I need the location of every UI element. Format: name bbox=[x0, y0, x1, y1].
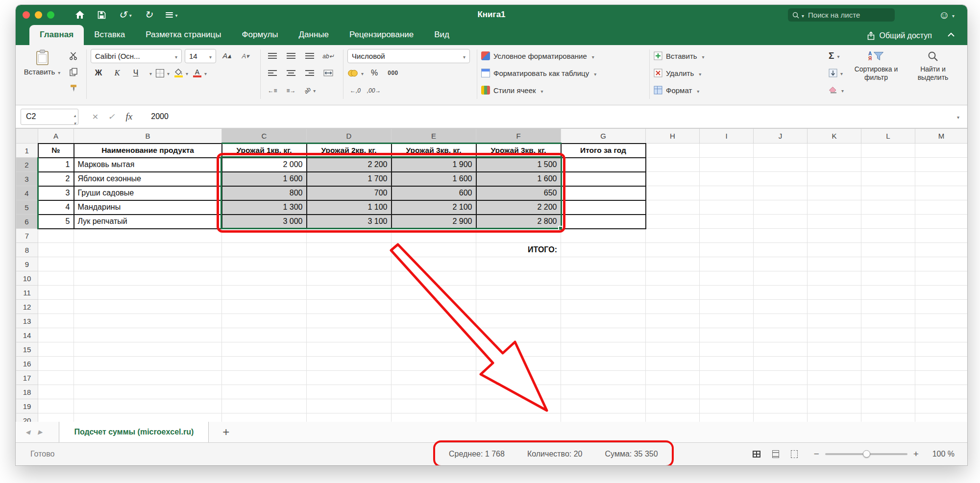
cell-G13[interactable] bbox=[561, 314, 646, 328]
cell-G20[interactable] bbox=[561, 413, 646, 422]
merge-center-button[interactable] bbox=[320, 66, 336, 80]
cell-F11[interactable] bbox=[476, 286, 561, 300]
cell-H19[interactable] bbox=[646, 399, 700, 413]
cell-D18[interactable] bbox=[307, 385, 392, 399]
row-header-20[interactable]: 20 bbox=[16, 413, 38, 422]
cell-J6[interactable] bbox=[754, 215, 808, 229]
cell-I7[interactable] bbox=[700, 229, 754, 243]
cell-C7[interactable] bbox=[222, 229, 307, 243]
zoom-out-button[interactable] bbox=[813, 449, 819, 459]
cell-G5[interactable] bbox=[561, 200, 646, 215]
close-window-button[interactable] bbox=[23, 11, 30, 19]
tab-review[interactable]: Рецензирование bbox=[339, 25, 424, 45]
cell-I12[interactable] bbox=[700, 300, 754, 314]
cell-L4[interactable] bbox=[861, 186, 915, 200]
align-bottom-button[interactable] bbox=[302, 49, 318, 63]
cell-K16[interactable] bbox=[808, 357, 861, 371]
cell-A12[interactable] bbox=[38, 300, 74, 314]
zoom-slider-thumb[interactable] bbox=[863, 450, 870, 458]
row-header-19[interactable]: 19 bbox=[16, 399, 38, 413]
borders-button[interactable] bbox=[155, 66, 171, 80]
cell-G6[interactable] bbox=[561, 215, 646, 229]
cell-E5[interactable]: 2 100 bbox=[392, 200, 476, 215]
fill-color-button[interactable] bbox=[173, 66, 189, 80]
wrap-text-button[interactable] bbox=[320, 49, 336, 63]
cell-M19[interactable] bbox=[915, 399, 968, 413]
col-header-L[interactable]: L bbox=[861, 129, 915, 144]
cell-C14[interactable] bbox=[222, 328, 307, 342]
cell-G16[interactable] bbox=[561, 357, 646, 371]
cell-J18[interactable] bbox=[754, 385, 808, 399]
cell-F15[interactable] bbox=[476, 342, 561, 357]
cell-G15[interactable] bbox=[561, 342, 646, 357]
align-center-button[interactable] bbox=[283, 66, 299, 80]
conditional-formatting-button[interactable]: Условное форматирование bbox=[481, 48, 645, 63]
cell-A1[interactable]: № bbox=[38, 144, 74, 158]
col-header-H[interactable]: H bbox=[646, 129, 700, 144]
cell-D13[interactable] bbox=[307, 314, 392, 328]
insert-function-button[interactable]: fx bbox=[126, 111, 133, 122]
cell-C11[interactable] bbox=[222, 286, 307, 300]
cell-A10[interactable] bbox=[38, 271, 74, 286]
align-top-button[interactable] bbox=[265, 49, 280, 63]
cell-F20[interactable] bbox=[476, 413, 561, 422]
cell-G11[interactable] bbox=[561, 286, 646, 300]
cell-H2[interactable] bbox=[646, 158, 700, 172]
cell-H14[interactable] bbox=[646, 328, 700, 342]
col-header-G[interactable]: G bbox=[561, 129, 646, 144]
row-header-16[interactable]: 16 bbox=[16, 357, 38, 371]
cell-F7[interactable] bbox=[476, 229, 561, 243]
cell-C12[interactable] bbox=[222, 300, 307, 314]
cell-M9[interactable] bbox=[915, 257, 968, 271]
cell-H1[interactable] bbox=[646, 144, 700, 158]
cell-K18[interactable] bbox=[808, 385, 861, 399]
cell-H9[interactable] bbox=[646, 257, 700, 271]
cell-B16[interactable] bbox=[74, 357, 222, 371]
tab-insert[interactable]: Вставка bbox=[84, 25, 135, 45]
cell-K8[interactable] bbox=[808, 243, 861, 257]
cell-B1[interactable]: Наименование продукта bbox=[74, 144, 222, 158]
cell-J15[interactable] bbox=[754, 342, 808, 357]
cell-C1[interactable]: Урожай 1кв, кг. bbox=[222, 144, 307, 158]
row-header-1[interactable]: 1 bbox=[16, 144, 38, 158]
row-header-10[interactable]: 10 bbox=[16, 271, 38, 286]
cell-L20[interactable] bbox=[861, 413, 915, 422]
cell-H10[interactable] bbox=[646, 271, 700, 286]
cell-G7[interactable] bbox=[561, 229, 646, 243]
cell-F1[interactable]: Урожай 3кв, кг. bbox=[476, 144, 561, 158]
number-format-select[interactable]: Числовой bbox=[347, 49, 470, 63]
autosum-button[interactable]: Σ bbox=[829, 48, 844, 63]
cell-E20[interactable] bbox=[392, 413, 476, 422]
cell-C2[interactable]: 2 000 bbox=[222, 158, 307, 172]
zoom-in-button[interactable] bbox=[913, 449, 919, 459]
cell-F4[interactable]: 650 bbox=[476, 186, 561, 200]
cell-M16[interactable] bbox=[915, 357, 968, 371]
cell-I11[interactable] bbox=[700, 286, 754, 300]
row-header-6[interactable]: 6 bbox=[16, 215, 38, 229]
cell-F17[interactable] bbox=[476, 371, 561, 385]
cell-K3[interactable] bbox=[808, 172, 861, 186]
cell-A19[interactable] bbox=[38, 399, 74, 413]
cell-I19[interactable] bbox=[700, 399, 754, 413]
delete-cells-button[interactable]: Удалить bbox=[654, 66, 736, 80]
cell-L18[interactable] bbox=[861, 385, 915, 399]
tab-formulas[interactable]: Формулы bbox=[232, 25, 289, 45]
percent-style-button[interactable]: % bbox=[367, 66, 382, 80]
cell-L6[interactable] bbox=[861, 215, 915, 229]
align-left-button[interactable] bbox=[265, 66, 280, 80]
share-button[interactable]: Общий доступ bbox=[867, 31, 932, 40]
cell-A17[interactable] bbox=[38, 371, 74, 385]
cell-E18[interactable] bbox=[392, 385, 476, 399]
cell-J10[interactable] bbox=[754, 271, 808, 286]
decrease-font-size-button[interactable] bbox=[238, 49, 253, 63]
cell-B19[interactable] bbox=[74, 399, 222, 413]
cancel-entry-button[interactable] bbox=[92, 111, 98, 122]
cell-J4[interactable] bbox=[754, 186, 808, 200]
cell-D14[interactable] bbox=[307, 328, 392, 342]
cell-I9[interactable] bbox=[700, 257, 754, 271]
cell-M12[interactable] bbox=[915, 300, 968, 314]
cell-H13[interactable] bbox=[646, 314, 700, 328]
cell-K12[interactable] bbox=[808, 300, 861, 314]
cell-B17[interactable] bbox=[74, 371, 222, 385]
cell-M14[interactable] bbox=[915, 328, 968, 342]
